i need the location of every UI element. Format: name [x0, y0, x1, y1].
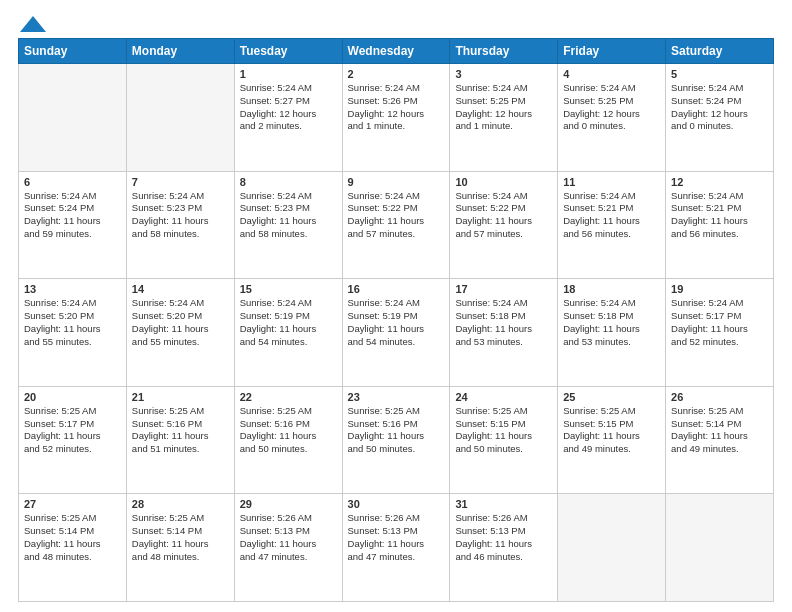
day-info: Sunrise: 5:24 AMSunset: 5:27 PMDaylight:…: [240, 82, 337, 133]
day-cell: 26Sunrise: 5:25 AMSunset: 5:14 PMDayligh…: [666, 386, 774, 494]
day-cell: 1Sunrise: 5:24 AMSunset: 5:27 PMDaylight…: [234, 64, 342, 172]
day-info: Sunrise: 5:26 AMSunset: 5:13 PMDaylight:…: [348, 512, 445, 563]
day-info: Sunrise: 5:24 AMSunset: 5:19 PMDaylight:…: [348, 297, 445, 348]
weekday-header-tuesday: Tuesday: [234, 39, 342, 64]
week-row-3: 20Sunrise: 5:25 AMSunset: 5:17 PMDayligh…: [19, 386, 774, 494]
day-number: 22: [240, 391, 337, 403]
day-number: 2: [348, 68, 445, 80]
weekday-header-monday: Monday: [126, 39, 234, 64]
calendar-table: SundayMondayTuesdayWednesdayThursdayFrid…: [18, 38, 774, 602]
weekday-header-sunday: Sunday: [19, 39, 127, 64]
day-number: 28: [132, 498, 229, 510]
weekday-header-thursday: Thursday: [450, 39, 558, 64]
day-info: Sunrise: 5:25 AMSunset: 5:15 PMDaylight:…: [455, 405, 552, 456]
day-cell: 29Sunrise: 5:26 AMSunset: 5:13 PMDayligh…: [234, 494, 342, 602]
day-cell: 13Sunrise: 5:24 AMSunset: 5:20 PMDayligh…: [19, 279, 127, 387]
day-cell: 17Sunrise: 5:24 AMSunset: 5:18 PMDayligh…: [450, 279, 558, 387]
day-info: Sunrise: 5:25 AMSunset: 5:14 PMDaylight:…: [671, 405, 768, 456]
day-cell: 20Sunrise: 5:25 AMSunset: 5:17 PMDayligh…: [19, 386, 127, 494]
day-cell: 28Sunrise: 5:25 AMSunset: 5:14 PMDayligh…: [126, 494, 234, 602]
day-info: Sunrise: 5:24 AMSunset: 5:21 PMDaylight:…: [671, 190, 768, 241]
day-info: Sunrise: 5:24 AMSunset: 5:20 PMDaylight:…: [132, 297, 229, 348]
day-number: 5: [671, 68, 768, 80]
day-number: 14: [132, 283, 229, 295]
day-info: Sunrise: 5:24 AMSunset: 5:25 PMDaylight:…: [563, 82, 660, 133]
day-cell: 21Sunrise: 5:25 AMSunset: 5:16 PMDayligh…: [126, 386, 234, 494]
day-info: Sunrise: 5:25 AMSunset: 5:14 PMDaylight:…: [24, 512, 121, 563]
day-number: 10: [455, 176, 552, 188]
day-info: Sunrise: 5:24 AMSunset: 5:23 PMDaylight:…: [240, 190, 337, 241]
day-info: Sunrise: 5:25 AMSunset: 5:15 PMDaylight:…: [563, 405, 660, 456]
day-info: Sunrise: 5:24 AMSunset: 5:18 PMDaylight:…: [563, 297, 660, 348]
header: [18, 16, 774, 30]
weekday-header-friday: Friday: [558, 39, 666, 64]
day-cell: 25Sunrise: 5:25 AMSunset: 5:15 PMDayligh…: [558, 386, 666, 494]
day-cell: 9Sunrise: 5:24 AMSunset: 5:22 PMDaylight…: [342, 171, 450, 279]
day-cell: 8Sunrise: 5:24 AMSunset: 5:23 PMDaylight…: [234, 171, 342, 279]
day-cell: 12Sunrise: 5:24 AMSunset: 5:21 PMDayligh…: [666, 171, 774, 279]
day-cell: 7Sunrise: 5:24 AMSunset: 5:23 PMDaylight…: [126, 171, 234, 279]
day-cell: 23Sunrise: 5:25 AMSunset: 5:16 PMDayligh…: [342, 386, 450, 494]
day-cell: 27Sunrise: 5:25 AMSunset: 5:14 PMDayligh…: [19, 494, 127, 602]
day-cell: 2Sunrise: 5:24 AMSunset: 5:26 PMDaylight…: [342, 64, 450, 172]
day-info: Sunrise: 5:26 AMSunset: 5:13 PMDaylight:…: [240, 512, 337, 563]
day-number: 1: [240, 68, 337, 80]
day-number: 7: [132, 176, 229, 188]
week-row-2: 13Sunrise: 5:24 AMSunset: 5:20 PMDayligh…: [19, 279, 774, 387]
day-number: 27: [24, 498, 121, 510]
day-number: 9: [348, 176, 445, 188]
day-info: Sunrise: 5:25 AMSunset: 5:16 PMDaylight:…: [348, 405, 445, 456]
logo: [18, 16, 46, 30]
day-cell: 6Sunrise: 5:24 AMSunset: 5:24 PMDaylight…: [19, 171, 127, 279]
day-cell: 10Sunrise: 5:24 AMSunset: 5:22 PMDayligh…: [450, 171, 558, 279]
day-info: Sunrise: 5:24 AMSunset: 5:25 PMDaylight:…: [455, 82, 552, 133]
day-number: 12: [671, 176, 768, 188]
day-cell: [558, 494, 666, 602]
day-cell: 18Sunrise: 5:24 AMSunset: 5:18 PMDayligh…: [558, 279, 666, 387]
weekday-header-row: SundayMondayTuesdayWednesdayThursdayFrid…: [19, 39, 774, 64]
day-number: 15: [240, 283, 337, 295]
day-cell: 5Sunrise: 5:24 AMSunset: 5:24 PMDaylight…: [666, 64, 774, 172]
day-info: Sunrise: 5:24 AMSunset: 5:24 PMDaylight:…: [671, 82, 768, 133]
day-number: 19: [671, 283, 768, 295]
day-number: 6: [24, 176, 121, 188]
day-number: 25: [563, 391, 660, 403]
day-cell: 11Sunrise: 5:24 AMSunset: 5:21 PMDayligh…: [558, 171, 666, 279]
day-info: Sunrise: 5:24 AMSunset: 5:24 PMDaylight:…: [24, 190, 121, 241]
day-cell: 22Sunrise: 5:25 AMSunset: 5:16 PMDayligh…: [234, 386, 342, 494]
day-number: 21: [132, 391, 229, 403]
day-info: Sunrise: 5:25 AMSunset: 5:17 PMDaylight:…: [24, 405, 121, 456]
day-cell: 16Sunrise: 5:24 AMSunset: 5:19 PMDayligh…: [342, 279, 450, 387]
day-cell: 19Sunrise: 5:24 AMSunset: 5:17 PMDayligh…: [666, 279, 774, 387]
day-cell: 3Sunrise: 5:24 AMSunset: 5:25 PMDaylight…: [450, 64, 558, 172]
logo-icon: [20, 14, 46, 34]
day-cell: 14Sunrise: 5:24 AMSunset: 5:20 PMDayligh…: [126, 279, 234, 387]
day-info: Sunrise: 5:24 AMSunset: 5:23 PMDaylight:…: [132, 190, 229, 241]
day-info: Sunrise: 5:25 AMSunset: 5:16 PMDaylight:…: [132, 405, 229, 456]
day-cell: 15Sunrise: 5:24 AMSunset: 5:19 PMDayligh…: [234, 279, 342, 387]
day-info: Sunrise: 5:24 AMSunset: 5:22 PMDaylight:…: [348, 190, 445, 241]
day-number: 26: [671, 391, 768, 403]
day-info: Sunrise: 5:24 AMSunset: 5:22 PMDaylight:…: [455, 190, 552, 241]
weekday-header-saturday: Saturday: [666, 39, 774, 64]
day-info: Sunrise: 5:24 AMSunset: 5:26 PMDaylight:…: [348, 82, 445, 133]
day-info: Sunrise: 5:24 AMSunset: 5:21 PMDaylight:…: [563, 190, 660, 241]
day-cell: 24Sunrise: 5:25 AMSunset: 5:15 PMDayligh…: [450, 386, 558, 494]
day-cell: 30Sunrise: 5:26 AMSunset: 5:13 PMDayligh…: [342, 494, 450, 602]
day-info: Sunrise: 5:24 AMSunset: 5:20 PMDaylight:…: [24, 297, 121, 348]
day-number: 17: [455, 283, 552, 295]
day-info: Sunrise: 5:26 AMSunset: 5:13 PMDaylight:…: [455, 512, 552, 563]
day-cell: 31Sunrise: 5:26 AMSunset: 5:13 PMDayligh…: [450, 494, 558, 602]
weekday-header-wednesday: Wednesday: [342, 39, 450, 64]
day-number: 31: [455, 498, 552, 510]
week-row-4: 27Sunrise: 5:25 AMSunset: 5:14 PMDayligh…: [19, 494, 774, 602]
day-number: 3: [455, 68, 552, 80]
day-number: 18: [563, 283, 660, 295]
day-number: 23: [348, 391, 445, 403]
day-number: 30: [348, 498, 445, 510]
day-cell: [666, 494, 774, 602]
day-number: 11: [563, 176, 660, 188]
day-cell: [126, 64, 234, 172]
day-info: Sunrise: 5:24 AMSunset: 5:17 PMDaylight:…: [671, 297, 768, 348]
day-info: Sunrise: 5:24 AMSunset: 5:18 PMDaylight:…: [455, 297, 552, 348]
